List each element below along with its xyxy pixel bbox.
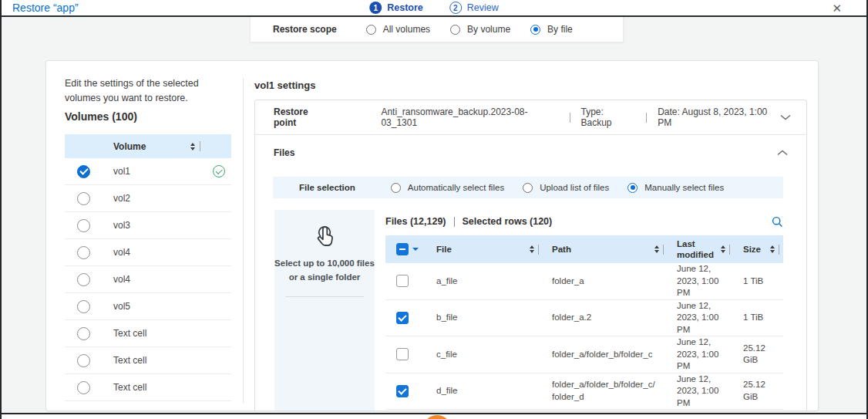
- row-checkbox[interactable]: [396, 385, 409, 397]
- volume-row[interactable]: vol5: [65, 293, 231, 320]
- radio-all-volumes-label: All volumes: [383, 24, 430, 35]
- file-row[interactable]: Text cell folder_a/folder_b/folder_c/ fo…: [385, 410, 783, 411]
- volumes-panel-description: Edit the settings of the selected volume…: [65, 76, 231, 106]
- main-content-card: Edit the settings of the selected volume…: [45, 60, 819, 411]
- file-size-cell: 1 TiB: [734, 275, 783, 288]
- sort-icon[interactable]: [530, 245, 534, 253]
- restore-point-date: Date: August 8, 2023, 1:00 PM: [658, 106, 780, 128]
- hint-line-1: Select up to 10,000 files: [274, 256, 375, 270]
- file-row[interactable]: c_file folder_a/folder_b/folder_c June 1…: [385, 336, 783, 373]
- file-row[interactable]: a_file folder_a June 12, 2023, 1:00 PM 1…: [385, 263, 783, 300]
- radio-manual-select-circle[interactable]: [627, 183, 638, 193]
- row-checkbox[interactable]: [396, 348, 409, 360]
- radio-upload-list[interactable]: Upload list of files: [523, 183, 609, 193]
- column-header-modified: Last modified: [668, 238, 709, 261]
- file-modified-cell: June 12, 2023, 1:00 PM: [668, 373, 734, 410]
- volume-checkbox[interactable]: [77, 165, 90, 178]
- volume-row[interactable]: vol4: [65, 266, 231, 293]
- volume-checkbox[interactable]: [77, 246, 90, 259]
- close-icon[interactable]: ✕: [832, 2, 842, 15]
- volume-label: Text cell: [113, 382, 146, 393]
- step-1-label: Restore: [387, 2, 423, 13]
- file-size-cell: 25.12 GiB: [734, 379, 783, 403]
- volumes-panel: Edit the settings of the selected volume…: [46, 61, 243, 411]
- radio-by-file[interactable]: By file: [530, 24, 573, 35]
- step-2-circle: 2: [449, 2, 462, 14]
- orange-indicator: [422, 415, 452, 419]
- volume-checkbox[interactable]: [77, 192, 90, 205]
- radio-all-volumes[interactable]: All volumes: [366, 24, 430, 35]
- vol1-settings-title: vol1 settings: [254, 79, 315, 91]
- volume-row[interactable]: vol2: [65, 185, 231, 212]
- sort-icon[interactable]: [721, 245, 725, 253]
- volume-label: vol1: [113, 166, 130, 177]
- file-path-cell: folder_a: [543, 275, 668, 288]
- files-table-section: Files (12,129) Selected rows (120): [385, 214, 783, 411]
- chevron-up-icon[interactable]: [777, 150, 788, 156]
- selection-hint-panel: Select up to 10,000 files or a single fo…: [274, 210, 375, 411]
- column-header-file: File: [427, 244, 452, 255]
- sort-icon[interactable]: [190, 143, 195, 150]
- radio-upload-list-circle[interactable]: [523, 183, 533, 193]
- radio-auto-select[interactable]: Automatically select files: [391, 183, 504, 193]
- select-all-checkbox[interactable]: [396, 243, 409, 255]
- radio-by-volume[interactable]: By volume: [450, 24, 510, 35]
- selected-rows-count: Selected rows (120): [463, 216, 553, 227]
- file-selection-bar: File selection Automatically select file…: [273, 177, 783, 198]
- radio-by-volume-circle[interactable]: [450, 25, 460, 35]
- dialog-header: Restore “app” 1 Restore 2 Review ✕: [2, 0, 866, 17]
- volume-label: Text cell: [113, 355, 146, 366]
- radio-by-file-label: By file: [547, 24, 573, 35]
- row-checkbox[interactable]: [396, 312, 409, 324]
- radio-auto-select-circle[interactable]: [391, 183, 401, 193]
- restore-point-value: Anti_ransomware_backup.2023-08-03_1301: [381, 106, 558, 128]
- files-count: Files (12,129): [385, 216, 446, 227]
- volume-label: vol4: [113, 247, 130, 258]
- radio-by-file-circle[interactable]: [530, 25, 540, 35]
- files-section-label: Files: [274, 147, 294, 158]
- step-restore[interactable]: 1 Restore: [369, 2, 423, 14]
- column-divider: [729, 245, 730, 255]
- search-icon[interactable]: [772, 216, 783, 228]
- file-name-cell: c_file: [427, 349, 543, 361]
- settings-accordion: Restore point Anti_ransomware_backup.202…: [254, 100, 807, 411]
- file-size-cell: 1 TiB: [734, 312, 783, 324]
- column-divider: [663, 245, 664, 255]
- file-modified-cell: June 12, 2023, 1:00 PM: [668, 300, 734, 336]
- file-name-cell: a_file: [427, 275, 543, 288]
- meta-divider: [646, 113, 647, 123]
- volume-row[interactable]: Text cell: [65, 320, 231, 347]
- restore-point-row: Restore point Anti_ransomware_backup.202…: [255, 100, 806, 135]
- row-checkbox[interactable]: [396, 275, 409, 287]
- sort-icon[interactable]: [654, 245, 659, 253]
- volume-checkbox[interactable]: [77, 381, 90, 394]
- radio-manual-select[interactable]: Manually select files: [627, 183, 724, 193]
- radio-by-volume-label: By volume: [467, 24, 510, 35]
- select-all-control[interactable]: [396, 243, 419, 255]
- hint-panel-divider: [285, 296, 364, 297]
- sort-icon[interactable]: [770, 245, 775, 253]
- caret-down-icon[interactable]: [412, 248, 419, 251]
- volume-row[interactable]: vol3: [65, 212, 231, 239]
- wizard-steps: 1 Restore 2 Review: [369, 2, 499, 14]
- volume-checkbox[interactable]: [77, 219, 90, 232]
- step-review[interactable]: 2 Review: [449, 2, 499, 14]
- volume-row[interactable]: vol1: [65, 158, 231, 185]
- volume-row[interactable]: vol4: [65, 239, 231, 266]
- radio-all-volumes-circle[interactable]: [366, 25, 376, 35]
- volume-row[interactable]: Text cell: [65, 347, 231, 374]
- volumes-table-header: Volume: [65, 134, 231, 158]
- restore-dialog: Restore “app” 1 Restore 2 Review ✕ Resto…: [2, 0, 866, 414]
- volume-label: vol3: [113, 220, 130, 231]
- volume-row[interactable]: Text cell: [65, 374, 231, 401]
- file-row[interactable]: b_file folder_a.2 June 12, 2023, 1:00 PM…: [385, 300, 783, 337]
- file-row[interactable]: d_file folder_a/folder_b/folder_c/ folde…: [385, 373, 783, 411]
- chevron-down-icon[interactable]: [780, 114, 791, 120]
- radio-upload-list-label: Upload list of files: [540, 183, 609, 192]
- volume-checkbox[interactable]: [77, 327, 90, 340]
- step-2-label: Review: [467, 2, 499, 13]
- volume-checkbox[interactable]: [77, 354, 90, 367]
- volume-label: vol4: [113, 274, 130, 285]
- volume-checkbox[interactable]: [77, 300, 90, 313]
- volume-checkbox[interactable]: [77, 273, 90, 286]
